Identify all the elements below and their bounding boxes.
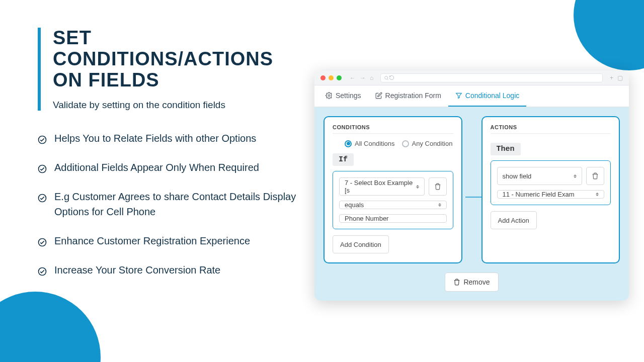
tab-conditional-logic[interactable]: Conditional Logic — [448, 85, 526, 107]
new-tab-icon[interactable]: + — [610, 74, 613, 81]
button-label: Remove — [463, 278, 490, 286]
trash-icon — [453, 279, 460, 286]
gear-icon — [326, 92, 333, 99]
condition-operator-select[interactable]: equals — [339, 201, 447, 209]
window-close-icon[interactable] — [320, 75, 326, 80]
check-icon — [38, 265, 47, 274]
button-label: Add Condition — [340, 241, 381, 248]
window-min-icon[interactable] — [329, 75, 334, 80]
add-action-button[interactable]: Add Action — [491, 211, 537, 229]
radio-any-condition[interactable]: Any Condition — [402, 140, 453, 147]
remove-button[interactable]: Remove — [445, 273, 498, 292]
radio-icon — [402, 140, 409, 147]
conditions-panel: CONDITIONS All Conditions Any Condition … — [324, 116, 462, 263]
list-item-text: Helps You to Relate Fields with other Op… — [54, 131, 256, 146]
action-target-select[interactable]: 11 - Numeric Field Exam — [497, 190, 605, 199]
search-icon — [384, 75, 389, 80]
trash-icon — [592, 172, 599, 179]
chevron-updown-icon — [596, 193, 599, 196]
delete-action-button[interactable] — [586, 167, 604, 185]
chevron-updown-icon — [574, 174, 577, 178]
filter-icon — [455, 92, 462, 99]
condition-field-select[interactable]: 7 - Select Box Example [s — [339, 177, 425, 196]
chevron-updown-icon — [416, 185, 419, 189]
check-icon — [38, 236, 47, 245]
action-type-select[interactable]: show field — [497, 167, 583, 185]
tab-label: Settings — [336, 92, 361, 100]
action-group: show field 11 - Numeric Field Exam — [491, 160, 611, 205]
tab-bar: Settings Registration Form Conditional L… — [314, 85, 629, 107]
condition-value-input[interactable]: Phone Number — [339, 214, 447, 223]
tab-settings[interactable]: Settings — [318, 85, 368, 107]
list-item: Helps You to Relate Fields with other Op… — [38, 131, 304, 146]
then-tag: Then — [491, 143, 521, 155]
radio-label: Any Condition — [412, 140, 453, 147]
tabs-icon[interactable]: ▢ — [617, 74, 623, 81]
list-item: Increase Your Store Conversion Rate — [38, 262, 304, 278]
window-max-icon[interactable] — [337, 75, 342, 80]
nav-home-icon[interactable]: ⌂ — [370, 74, 373, 81]
select-value: 7 - Select Box Example [s — [345, 179, 416, 194]
browser-mock: ← → ⌂ + ▢ Settings Registration Form — [314, 70, 629, 301]
edit-icon — [375, 92, 382, 99]
chevron-updown-icon — [438, 203, 441, 207]
add-condition-button[interactable]: Add Condition — [333, 235, 389, 253]
page-subtitle: Validate by setting on the condition fie… — [53, 100, 304, 111]
url-bar[interactable] — [380, 73, 603, 82]
check-icon — [38, 162, 47, 171]
list-item: E.g Customer Agrees to share Contact Det… — [38, 189, 304, 219]
nav-back-icon[interactable]: ← — [350, 74, 356, 81]
divider — [333, 133, 453, 134]
nav-forward-icon[interactable]: → — [360, 74, 366, 81]
tab-registration-form[interactable]: Registration Form — [368, 85, 448, 107]
svg-point-6 — [328, 95, 330, 97]
input-value: Phone Number — [345, 215, 388, 222]
check-icon — [38, 192, 47, 201]
radio-all-conditions[interactable]: All Conditions — [345, 140, 395, 147]
tab-label: Registration Form — [385, 92, 441, 100]
select-value: 11 - Numeric Field Exam — [503, 191, 575, 198]
svg-point-5 — [385, 76, 388, 79]
check-icon — [38, 133, 47, 142]
tab-label: Conditional Logic — [465, 92, 519, 100]
if-tag: If — [333, 153, 354, 166]
actions-panel: ACTIONS Then show field — [481, 116, 620, 263]
select-value: show field — [503, 172, 532, 180]
feature-list: Helps You to Relate Fields with other Op… — [38, 131, 304, 278]
list-item: Additional Fields Appear Only When Requi… — [38, 160, 304, 175]
refresh-icon[interactable] — [389, 75, 394, 80]
conditions-header: CONDITIONS — [333, 124, 453, 130]
list-item-text: Additional Fields Appear Only When Requi… — [54, 160, 259, 175]
radio-icon — [345, 140, 352, 147]
divider — [491, 133, 611, 134]
browser-chrome: ← → ⌂ + ▢ — [314, 70, 629, 85]
list-item-text: Enhance Customer Registration Experience — [54, 233, 250, 248]
list-item-text: E.g Customer Agrees to share Contact Det… — [54, 189, 304, 219]
delete-condition-button[interactable] — [429, 177, 447, 196]
actions-header: ACTIONS — [491, 124, 611, 130]
condition-group: 7 - Select Box Example [s equals — [333, 171, 453, 229]
list-item: Enhance Customer Registration Experience — [38, 233, 304, 248]
radio-label: All Conditions — [355, 140, 395, 147]
list-item-text: Increase Your Store Conversion Rate — [54, 262, 220, 278]
select-value: equals — [345, 201, 364, 209]
button-label: Add Action — [498, 217, 529, 224]
page-title: SET CONDITIONS/ACTIONS ON FIELDS — [53, 28, 304, 90]
trash-icon — [434, 183, 441, 190]
